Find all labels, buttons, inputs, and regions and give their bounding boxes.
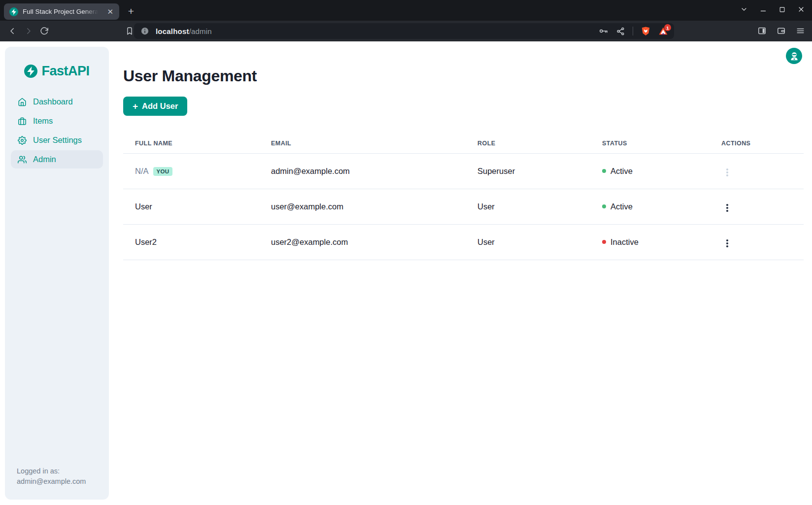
logged-in-email: admin@example.com [17,476,86,487]
minimize-icon[interactable] [759,5,767,13]
user-full-name: User2 [123,224,259,260]
add-user-button[interactable]: + Add User [123,97,187,116]
gear-icon [18,136,27,145]
tab-strip: Full Stack Project Genera ✕ + [0,0,812,21]
menu-icon[interactable] [796,26,805,35]
col-status: STATUS [590,134,710,153]
user-full-name: N/A [135,167,149,175]
share-icon[interactable] [616,27,625,36]
sidebar-item-user-settings[interactable]: User Settings [11,131,103,149]
status-text: Active [610,202,633,211]
wallet-icon[interactable] [777,26,786,35]
browser-toolbar: localhost/admin 1 [0,21,812,41]
add-user-label: Add User [142,101,178,111]
table-row: User2 user2@example.com User Inactive [123,224,804,260]
url-path: /admin [189,27,212,35]
new-tab-icon[interactable]: + [124,4,138,18]
sidebar-item-admin[interactable]: Admin [11,150,103,168]
row-actions-menu[interactable] [721,201,733,215]
site-info-icon[interactable] [140,27,149,35]
fastapi-favicon [9,7,18,16]
window-close-icon[interactable] [797,5,805,13]
user-role: Superuser [466,153,590,189]
url-bar[interactable]: localhost/admin 1 [134,23,674,39]
col-role: ROLE [466,134,590,153]
chevron-down-icon[interactable] [740,5,748,13]
status-text: Active [610,167,633,176]
logged-in-label: Logged in as: [17,466,86,476]
col-email: EMAIL [259,134,466,153]
status-dot [602,169,606,173]
status-dot [602,240,606,244]
sidebar-item-label: Admin [33,155,56,164]
back-icon[interactable] [8,27,17,35]
reload-icon[interactable] [40,27,49,35]
sidebar-item-dashboard[interactable]: Dashboard [11,93,103,111]
close-icon[interactable]: ✕ [105,7,115,16]
key-icon[interactable] [599,26,609,36]
page-title: User Management [123,67,812,85]
sidebar-item-items[interactable]: Items [11,112,103,130]
home-icon [18,98,27,106]
table-row: N/AYOU admin@example.com Superuser Activ… [123,153,804,189]
sidebar-item-label: Dashboard [33,97,73,106]
table-header-row: FULL NAME EMAIL ROLE STATUS ACTIONS [123,134,804,153]
maximize-icon[interactable] [778,6,786,13]
forward-icon[interactable] [24,27,33,35]
users-table: FULL NAME EMAIL ROLE STATUS ACTIONS N/AY… [123,134,804,260]
row-actions-menu[interactable] [721,236,733,250]
sidebar-item-label: Items [33,116,53,126]
plus-icon: + [133,101,138,112]
tab-title: Full Stack Project Genera [23,8,101,15]
logo-text: FastAPI [41,64,89,79]
user-role: User [466,224,590,260]
browser-tab[interactable]: Full Stack Project Genera ✕ [4,3,119,20]
user-role: User [466,189,590,224]
bookmark-icon[interactable] [125,27,134,35]
you-badge: YOU [153,167,173,176]
logged-in-info: Logged in as: admin@example.com [17,466,86,487]
col-full-name: FULL NAME [123,134,259,153]
url-host: localhost [156,27,189,35]
divider [633,27,633,35]
rewards-badge: 1 [664,24,671,31]
web-page: FastAPI Dashboard Items User Settings Ad… [0,41,812,505]
col-actions: ACTIONS [710,134,804,153]
status-dot [602,204,606,208]
user-email: admin@example.com [259,153,466,189]
briefcase-icon [18,117,27,126]
main-content: User Management + Add User FULL NAME EMA… [123,41,812,260]
user-email: user@example.com [259,189,466,224]
table-row: User user@example.com User Active [123,189,804,224]
row-actions-menu[interactable] [721,166,733,179]
brave-shield-icon[interactable] [641,26,651,36]
sidebar-nav: Dashboard Items User Settings Admin [11,93,103,168]
user-email: user2@example.com [259,224,466,260]
fastapi-bolt-icon [24,65,37,78]
user-full-name: User [123,189,259,224]
sidebar: FastAPI Dashboard Items User Settings Ad… [5,47,109,500]
fastapi-logo: FastAPI [5,47,109,79]
url-text: localhost/admin [156,27,212,35]
brave-rewards-icon[interactable]: 1 [658,26,668,36]
sidebar-panel-icon[interactable] [757,26,767,35]
users-icon [18,155,27,164]
status-text: Inactive [610,237,639,247]
sidebar-item-label: User Settings [33,135,82,145]
